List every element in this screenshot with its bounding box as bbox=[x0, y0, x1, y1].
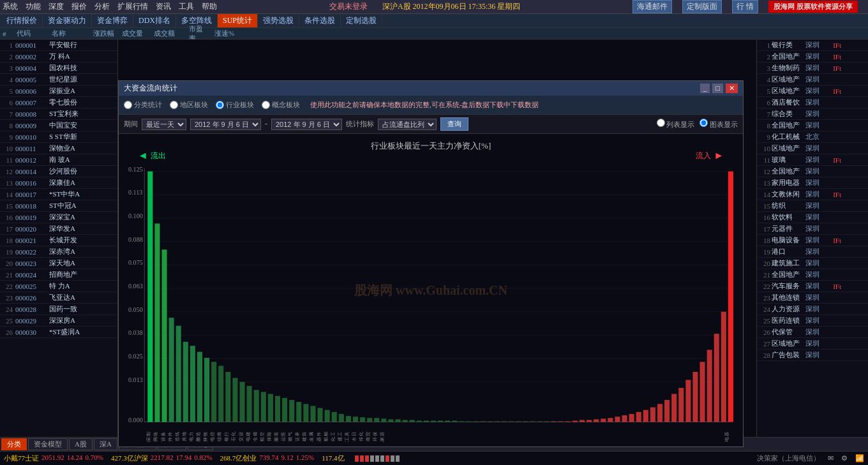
stock-row[interactable]: 17 000020 深华发A bbox=[0, 223, 117, 235]
right-category-row[interactable]: 17 元器件 深圳 bbox=[757, 223, 868, 235]
tb2-condition[interactable]: 条件选股 bbox=[299, 14, 341, 27]
right-category-row[interactable]: 12 全国地产 深圳 bbox=[757, 166, 868, 177]
right-category-row[interactable]: 7 综合类 深圳 bbox=[757, 108, 868, 120]
right-category-row[interactable]: 25 医药连锁 深圳 bbox=[757, 315, 868, 327]
right-category-row[interactable]: 2 全国地产 深圳 IFt bbox=[757, 51, 868, 63]
stock-row[interactable]: 14 000017 *ST中华A bbox=[0, 189, 117, 200]
menu-extend[interactable]: 扩展行情 bbox=[117, 1, 148, 12]
menu-function[interactable]: 功能 bbox=[26, 1, 41, 12]
tb2-strong[interactable]: 强势选股 bbox=[258, 14, 299, 27]
stock-row[interactable]: 1 000001 平安银行 bbox=[0, 40, 117, 51]
right-category-row[interactable]: 6 酒店餐饮 深圳 bbox=[757, 97, 868, 108]
r-loc: 深圳 bbox=[805, 86, 823, 96]
indicator-select[interactable]: 占流通盘比列 bbox=[378, 119, 437, 130]
radio-region[interactable]: 地区板块 bbox=[170, 100, 208, 110]
stock-row[interactable]: 25 000029 深深房A bbox=[0, 315, 117, 327]
tb2-ddx[interactable]: DDX排名 bbox=[133, 14, 176, 27]
stock-row[interactable]: 4 000005 世纪星源 bbox=[0, 74, 117, 85]
r-loc: 深圳 bbox=[805, 189, 823, 199]
date-end-select[interactable]: 2012 年 9 月 6 日 bbox=[271, 119, 342, 130]
tb2-game[interactable]: 资金博弈 bbox=[92, 14, 133, 27]
action-btn[interactable]: 行 情 bbox=[732, 0, 758, 13]
tab-classify[interactable]: 分类 bbox=[1, 438, 27, 450]
svg-rect-36 bbox=[239, 382, 244, 422]
right-category-row[interactable]: 23 其他连锁 深圳 bbox=[757, 292, 868, 304]
right-category-row[interactable]: 16 软饮料 深圳 bbox=[757, 212, 868, 223]
radio-industry[interactable]: 行业板块 bbox=[216, 100, 254, 110]
menu-tools[interactable]: 工具 bbox=[179, 1, 194, 12]
right-category-row[interactable]: 22 汽车服务 深圳 IFt bbox=[757, 281, 868, 292]
svg-text:矿物采制: 矿物采制 bbox=[146, 432, 151, 442]
right-category-row[interactable]: 28 广告包装 深圳 bbox=[757, 350, 868, 361]
custom-btn[interactable]: 定制版面 bbox=[682, 0, 722, 13]
right-category-row[interactable]: 24 人力资源 深圳 bbox=[757, 304, 868, 315]
right-category-row[interactable]: 20 建筑施工 深圳 bbox=[757, 258, 868, 269]
stock-row[interactable]: 10 000011 深物业A bbox=[0, 143, 117, 154]
chart-display-option[interactable]: 图表显示 bbox=[700, 119, 738, 129]
stock-row[interactable]: 20 000023 深天地A bbox=[0, 258, 117, 269]
list-display-option[interactable]: 列表显示 bbox=[657, 119, 695, 129]
right-category-row[interactable]: 11 玻璃 深圳 IFt bbox=[757, 154, 868, 166]
stock-row[interactable]: 15 000018 ST中冠A bbox=[0, 200, 117, 212]
tab-a-shares[interactable]: A股 bbox=[69, 438, 93, 450]
stock-row[interactable]: 5 000006 深振业A bbox=[0, 85, 117, 97]
right-category-row[interactable]: 21 全国地产 深圳 bbox=[757, 269, 868, 281]
menu-help[interactable]: 帮助 bbox=[202, 1, 217, 12]
stock-row[interactable]: 22 000025 特 力A bbox=[0, 281, 117, 292]
right-category-row[interactable]: 9 化工机械 北京 bbox=[757, 131, 868, 143]
right-category-row[interactable]: 26 代保管 深圳 bbox=[757, 327, 868, 338]
stock-row[interactable]: 3 000004 国农科技 bbox=[0, 63, 117, 74]
postal-btn[interactable]: 海通邮件 bbox=[632, 0, 672, 13]
tab-extra1[interactable]: 深A bbox=[94, 438, 117, 450]
menu-system[interactable]: 系统 bbox=[3, 1, 18, 12]
query-button[interactable]: 查询 bbox=[440, 117, 468, 131]
right-category-row[interactable]: 27 区域地产 深圳 bbox=[757, 338, 868, 350]
tb2-capital[interactable]: 资金驱动力 bbox=[43, 14, 92, 27]
svg-text:多造纸: 多造纸 bbox=[175, 432, 180, 442]
mail-icon[interactable]: ✉ bbox=[828, 454, 834, 462]
dialog-minimize-btn[interactable]: _ bbox=[700, 84, 710, 93]
right-category-row[interactable]: 19 港口 深圳 bbox=[757, 246, 868, 258]
right-category-row[interactable]: 1 银行类 深圳 IFt bbox=[757, 40, 868, 51]
tb2-price[interactable]: 行情报价 bbox=[1, 14, 43, 27]
tab-capital-model[interactable]: 资金模型 bbox=[28, 438, 68, 450]
date-start-select[interactable]: 2012 年 9 月 6 日 bbox=[190, 119, 261, 130]
menu-depth[interactable]: 深度 bbox=[49, 1, 64, 12]
menu-quote[interactable]: 报价 bbox=[71, 1, 87, 12]
menu-info[interactable]: 资讯 bbox=[156, 1, 171, 12]
list-display-label: 列表显示 bbox=[666, 121, 694, 128]
stock-row[interactable]: 8 000009 中国宝安 bbox=[0, 120, 117, 131]
right-category-row[interactable]: 4 区域地产 深圳 bbox=[757, 74, 868, 85]
dialog-close-btn[interactable]: ✕ bbox=[726, 84, 738, 93]
right-category-row[interactable]: 3 生物制药 深圳 IFt bbox=[757, 63, 868, 74]
stock-row[interactable]: 16 000019 深深宝A bbox=[0, 212, 117, 223]
stock-row[interactable]: 24 000028 国药一致 bbox=[0, 304, 117, 315]
dialog-maximize-btn[interactable]: □ bbox=[712, 84, 723, 93]
stock-row[interactable]: 12 000014 沙河股份 bbox=[0, 166, 117, 177]
tb2-sup[interactable]: SUP统计 bbox=[218, 14, 258, 27]
stock-row[interactable]: 13 000016 深康佳A bbox=[0, 177, 117, 189]
stock-row[interactable]: 9 000010 S ST华新 bbox=[0, 131, 117, 143]
stock-row[interactable]: 7 000008 ST宝利来 bbox=[0, 108, 117, 120]
stock-row[interactable]: 26 000030 *ST盛润A bbox=[0, 327, 117, 338]
tb2-custom[interactable]: 定制选股 bbox=[341, 14, 382, 27]
stock-row[interactable]: 11 000012 南 玻A bbox=[0, 154, 117, 166]
stock-row[interactable]: 23 000026 飞亚达A bbox=[0, 292, 117, 304]
right-category-row[interactable]: 13 家用电器 深圳 bbox=[757, 177, 868, 189]
right-category-row[interactable]: 5 区域地产 深圳 IFt bbox=[757, 85, 868, 97]
right-category-row[interactable]: 10 区域地产 深圳 bbox=[757, 143, 868, 154]
right-category-row[interactable]: 18 电脑设备 深圳 IFt bbox=[757, 235, 868, 246]
radio-classify[interactable]: 分类统计 bbox=[124, 100, 162, 110]
radio-concept[interactable]: 概念板块 bbox=[262, 100, 300, 110]
right-category-row[interactable]: 14 文教休闲 深圳 IFt bbox=[757, 189, 868, 200]
right-category-row[interactable]: 15 纺织 深圳 bbox=[757, 200, 868, 212]
stock-row[interactable]: 21 000024 招商地产 bbox=[0, 269, 117, 281]
period-select[interactable]: 最近一天 bbox=[142, 119, 186, 130]
stock-row[interactable]: 6 000007 零七股份 bbox=[0, 97, 117, 108]
settings-icon[interactable]: ⚙ bbox=[841, 454, 848, 462]
stock-row[interactable]: 19 000022 深赤湾A bbox=[0, 246, 117, 258]
stock-row[interactable]: 2 000002 万 科A bbox=[0, 51, 117, 63]
menu-analysis[interactable]: 分析 bbox=[94, 1, 110, 12]
right-category-row[interactable]: 8 全国地产 深圳 bbox=[757, 120, 868, 131]
stock-row[interactable]: 18 000021 长城开发 bbox=[0, 235, 117, 246]
